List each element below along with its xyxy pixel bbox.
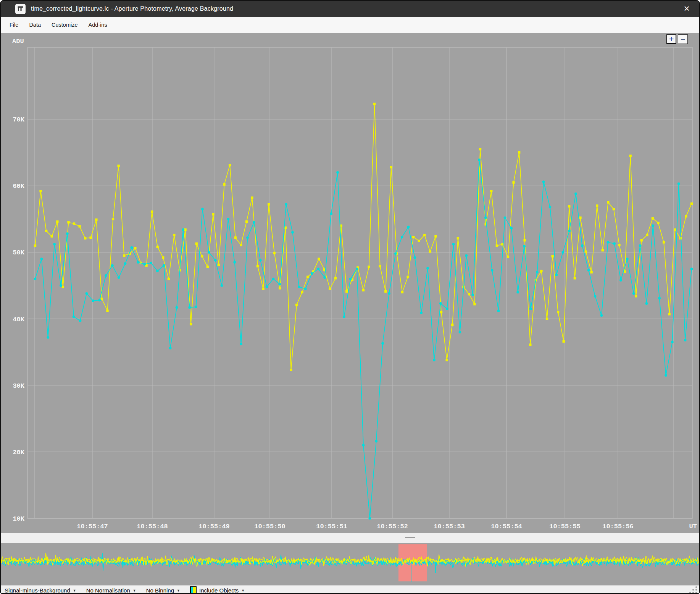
chart-splitter[interactable] bbox=[1, 533, 699, 543]
svg-text:10:55:49: 10:55:49 bbox=[198, 523, 230, 530]
menu-customize[interactable]: Customize bbox=[46, 17, 83, 33]
svg-text:10:55:55: 10:55:55 bbox=[549, 523, 581, 530]
include-objects-label: Include Objects bbox=[199, 587, 239, 594]
svg-text:UT: UT bbox=[689, 523, 697, 530]
overview-waveform[interactable] bbox=[1, 543, 700, 585]
svg-text:70K: 70K bbox=[13, 116, 24, 123]
svg-text:10:55:53: 10:55:53 bbox=[434, 523, 465, 530]
resize-grip-icon[interactable] bbox=[689, 586, 698, 594]
window-title: time_corrected_lightcurve.lc - Aperture … bbox=[31, 5, 233, 12]
app-logo-icon bbox=[15, 4, 26, 14]
close-icon[interactable]: × bbox=[680, 2, 693, 15]
binning-label: No Binning bbox=[146, 587, 174, 594]
objects-color-icon bbox=[190, 586, 197, 594]
reduction-mode-label: Signal-minus-Background bbox=[5, 587, 70, 594]
svg-text:10:55:51: 10:55:51 bbox=[316, 523, 347, 530]
overview-strip bbox=[1, 543, 700, 585]
svg-text:10:55:52: 10:55:52 bbox=[377, 523, 408, 530]
svg-text:50K: 50K bbox=[13, 249, 24, 256]
zoom-in-button[interactable]: + bbox=[666, 34, 676, 44]
svg-text:10:55:48: 10:55:48 bbox=[137, 523, 168, 530]
chevron-down-icon: ▼ bbox=[133, 588, 136, 592]
reduction-mode-dropdown[interactable]: Signal-minus-Background ▼ bbox=[5, 587, 76, 594]
svg-text:40K: 40K bbox=[13, 316, 24, 323]
splitter-handle-icon[interactable] bbox=[405, 537, 415, 538]
app-window: time_corrected_lightcurve.lc - Aperture … bbox=[0, 0, 700, 594]
menu-bar: File Data Customize Add-ins bbox=[1, 17, 699, 33]
svg-text:10:55:54: 10:55:54 bbox=[491, 523, 522, 530]
lightcurve-plot[interactable]: ADU70K60K50K40K30K20K10K10:55:4710:55:48… bbox=[1, 33, 700, 533]
binning-dropdown[interactable]: No Binning ▼ bbox=[146, 587, 180, 594]
svg-text:10K: 10K bbox=[13, 515, 24, 523]
svg-text:10:55:56: 10:55:56 bbox=[602, 523, 634, 530]
normalisation-label: No Normalisation bbox=[86, 587, 130, 594]
svg-text:10:55:50: 10:55:50 bbox=[254, 523, 285, 530]
normalisation-dropdown[interactable]: No Normalisation ▼ bbox=[86, 587, 136, 594]
chevron-down-icon: ▼ bbox=[241, 588, 245, 592]
include-objects-dropdown[interactable]: Include Objects ▼ bbox=[190, 586, 245, 594]
svg-text:10:55:47: 10:55:47 bbox=[77, 523, 108, 530]
title-bar: time_corrected_lightcurve.lc - Aperture … bbox=[1, 1, 699, 17]
lightcurve-chart-area: ADU70K60K50K40K30K20K10K10:55:4710:55:48… bbox=[1, 33, 700, 533]
chevron-down-icon: ▼ bbox=[177, 588, 180, 592]
menu-data[interactable]: Data bbox=[24, 17, 46, 33]
chevron-down-icon: ▼ bbox=[73, 588, 76, 592]
zoom-out-button[interactable]: − bbox=[678, 34, 688, 44]
menu-addins[interactable]: Add-ins bbox=[83, 17, 113, 33]
svg-text:60K: 60K bbox=[13, 183, 24, 190]
svg-text:ADU: ADU bbox=[12, 38, 24, 45]
status-bar: Signal-minus-Background ▼ No Normalisati… bbox=[1, 585, 699, 594]
svg-text:20K: 20K bbox=[13, 449, 24, 456]
svg-text:30K: 30K bbox=[13, 382, 24, 390]
menu-file[interactable]: File bbox=[4, 17, 24, 33]
